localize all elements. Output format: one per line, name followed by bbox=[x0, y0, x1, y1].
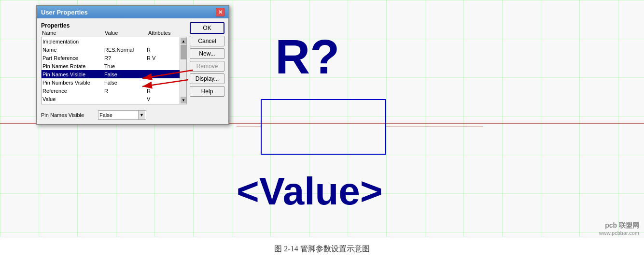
row-name: Pin Names Rotate bbox=[42, 63, 104, 69]
cancel-button[interactable]: Cancel bbox=[190, 36, 224, 46]
col-name-header: Name bbox=[42, 30, 105, 36]
ok-button[interactable]: OK bbox=[190, 22, 224, 34]
scroll-thumb[interactable] bbox=[181, 45, 186, 59]
pcb-logo-url: www.pcbbar.com bbox=[599, 230, 639, 236]
pin-line-right bbox=[386, 127, 483, 127]
caption-text: 图 2-14 管脚参数设置示意图 bbox=[274, 244, 369, 254]
table-row[interactable]: Value V bbox=[42, 95, 186, 103]
row-value: False bbox=[104, 72, 147, 77]
row-name: Value bbox=[42, 96, 104, 102]
col-attrs-header: Attributes bbox=[148, 30, 186, 36]
new-button[interactable]: New... bbox=[190, 48, 224, 59]
dialog-buttons: OK Cancel New... Remove Display... Help bbox=[190, 22, 224, 104]
properties-header: Properties bbox=[41, 22, 187, 29]
table-row[interactable]: Pin Names Rotate True bbox=[42, 62, 186, 70]
display-button[interactable]: Display... bbox=[190, 73, 224, 84]
table-row-selected[interactable]: Pin Names Visible False bbox=[42, 70, 186, 78]
bottom-property-label: Pin Names Visible bbox=[41, 112, 94, 118]
table-row[interactable]: Implementation bbox=[42, 37, 186, 45]
user-properties-dialog: User Properties ✕ Properties Name Value … bbox=[36, 5, 229, 125]
dropdown-value: False bbox=[99, 112, 112, 118]
row-value: R bbox=[104, 88, 147, 94]
close-button[interactable]: ✕ bbox=[216, 8, 224, 16]
pin-line-left bbox=[237, 127, 261, 127]
dialog-bottom: Pin Names Visible False ▼ bbox=[37, 108, 228, 124]
dialog-body: Properties Name Value Attributes Impleme… bbox=[37, 18, 228, 108]
row-name: Part Reference bbox=[42, 55, 104, 61]
table-row[interactable]: Pin Numbers Visible False bbox=[42, 78, 186, 87]
ref-label: R? bbox=[275, 29, 339, 85]
column-headers: Name Value Attributes bbox=[41, 30, 187, 36]
row-name: Reference bbox=[42, 88, 104, 94]
scroll-up[interactable]: ▲ bbox=[181, 38, 186, 44]
dialog-titlebar: User Properties ✕ bbox=[37, 6, 228, 18]
value-label: <Value> bbox=[237, 169, 382, 214]
row-name: Pin Numbers Visible bbox=[42, 80, 104, 86]
dialog-title: User Properties bbox=[41, 9, 88, 16]
dialog-left: Properties Name Value Attributes Impleme… bbox=[41, 22, 187, 104]
pcb-logo-title: pcb 联盟网 bbox=[599, 221, 639, 230]
scroll-down[interactable]: ▼ bbox=[181, 97, 186, 103]
scrollbar[interactable]: ▲ ▼ bbox=[180, 37, 186, 104]
table-row[interactable]: Reference R R bbox=[42, 87, 186, 95]
component-box bbox=[261, 99, 386, 155]
row-value: True bbox=[104, 63, 147, 69]
col-value-header: Value bbox=[105, 30, 148, 36]
bottom-dropdown[interactable]: False ▼ bbox=[98, 110, 146, 120]
table-row[interactable]: Name RES.Normal R bbox=[42, 45, 186, 54]
row-value: R? bbox=[104, 55, 147, 61]
pcb-logo: pcb 联盟网 www.pcbbar.com bbox=[599, 221, 639, 236]
component-area: R? <Value> bbox=[237, 14, 623, 222]
remove-button[interactable]: Remove bbox=[190, 61, 224, 72]
row-value: RES.Normal bbox=[104, 47, 147, 53]
help-button[interactable]: Help bbox=[190, 86, 224, 97]
row-value: False bbox=[104, 80, 147, 86]
caption-bar: 图 2-14 管脚参数设置示意图 bbox=[0, 237, 644, 261]
dropdown-arrow-icon[interactable]: ▼ bbox=[138, 111, 145, 119]
row-name: Implementation bbox=[42, 39, 104, 44]
properties-table[interactable]: Implementation Name RES.Normal R Part Re… bbox=[41, 37, 187, 104]
row-name: Pin Names Visible bbox=[42, 72, 104, 77]
row-name: Name bbox=[42, 47, 104, 53]
table-row[interactable]: Part Reference R? R V bbox=[42, 54, 186, 62]
canvas-area: R? <Value> User Properties ✕ Properties … bbox=[0, 0, 644, 237]
